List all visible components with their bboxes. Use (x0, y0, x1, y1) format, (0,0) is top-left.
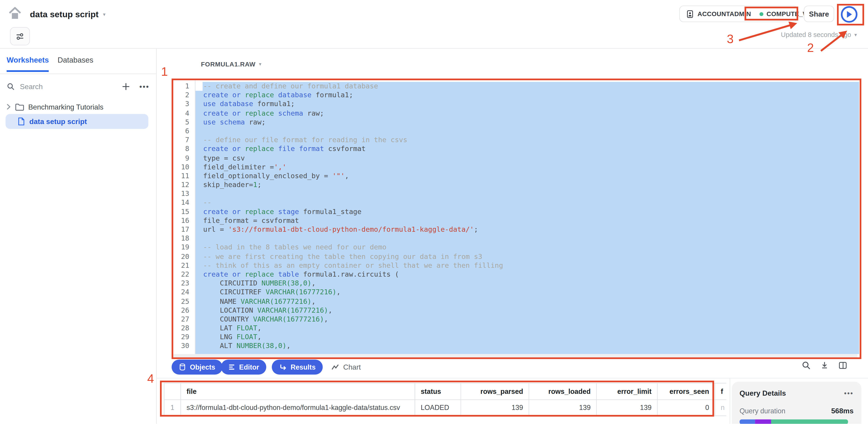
table-row: 1s3://formula1-dbt-cloud-python-demo/for… (164, 400, 726, 416)
database-icon (179, 363, 186, 371)
duration-bar-segment (740, 420, 755, 424)
left-sidebar: Worksheets Databases Search ••• (0, 49, 157, 424)
table-cell: LOADED (415, 400, 461, 416)
query-duration-bar (740, 420, 848, 424)
code-line: create or replace stage formula1_stage (203, 207, 856, 216)
tab-chart[interactable]: Chart (331, 360, 361, 374)
code-line (203, 234, 856, 243)
tab-databases[interactable]: Databases (58, 56, 93, 64)
table-cell: 1 (164, 400, 181, 416)
code-line: CIRCUITREF VARCHAR(16777216), (203, 288, 856, 297)
list-lines-icon (228, 363, 235, 371)
query-duration-label: Query duration (740, 407, 785, 415)
code-line: LNG FLOAT, (203, 333, 856, 341)
sliders-icon (14, 31, 25, 42)
chevron-right-icon[interactable] (5, 103, 11, 110)
run-button[interactable] (841, 6, 857, 23)
user-badge-icon (686, 10, 694, 18)
code-line: create or replace database formula1; (203, 91, 856, 100)
split-columns-icon[interactable] (838, 361, 847, 370)
folder-label: Benchmarking Tutorials (28, 103, 103, 111)
code-line: LOCATION VARCHAR(16777216), (203, 306, 856, 315)
code-line: type = csv (203, 154, 856, 162)
chevron-down-icon: ▾ (259, 62, 261, 67)
code-line: url = 's3://formula1-dbt-cloud-python-de… (203, 225, 856, 234)
share-button[interactable]: Share (804, 5, 834, 22)
more-options-icon[interactable]: ••• (139, 82, 149, 91)
table-header-row: filestatusrows_parsedrows_loadederror_li… (164, 383, 726, 400)
search-results-icon[interactable] (802, 361, 811, 370)
column-header[interactable]: rows_parsed (461, 383, 529, 400)
query-details-menu-icon[interactable]: ••• (844, 389, 854, 397)
worksheet-title: data setup script (30, 9, 99, 19)
code-line: NAME VARCHAR(16777216), (203, 297, 856, 306)
column-header[interactable] (164, 383, 181, 400)
chart-line-icon (331, 363, 339, 371)
code-line: create or replace file format csvformat (203, 145, 856, 154)
code-line: skip_header=1; (203, 181, 856, 189)
add-worksheet-button[interactable] (122, 82, 130, 91)
code-line: field_delimiter =',' (203, 163, 856, 171)
home-icon[interactable] (7, 5, 23, 21)
editor-button[interactable]: Editor (221, 360, 266, 374)
role-selector[interactable]: ACCOUNTADMIN (680, 6, 757, 22)
code-line: -- we are first creating the table then … (203, 252, 856, 261)
code-line: -- define our file format for reading in… (203, 136, 856, 144)
code-line: -- think of this as an empty container o… (203, 261, 856, 270)
code-line: LAT FLOAT, (203, 324, 856, 333)
results-table[interactable]: filestatusrows_parsedrows_loadederror_li… (164, 383, 726, 416)
play-icon (846, 10, 852, 18)
table-cell: 139 (597, 400, 657, 416)
column-header[interactable]: errors_seen (658, 383, 715, 400)
table-cell: 139 (461, 400, 529, 416)
code-line: -- load in the 8 tables we need for our … (203, 243, 856, 252)
objects-button[interactable]: Objects (172, 360, 222, 374)
table-cell: 139 (529, 400, 597, 416)
column-header[interactable]: file (181, 383, 415, 400)
query-details-title: Query Details (740, 389, 786, 397)
sidebar-item-worksheet-selected[interactable]: data setup script (5, 114, 148, 129)
schema-context-selector[interactable]: FORMULA1.RAW ▾ (201, 61, 261, 67)
sql-code-editor[interactable]: -- create and define our formula1 databa… (203, 82, 856, 351)
code-line: -- (203, 198, 856, 207)
query-duration-value: 568ms (831, 406, 854, 415)
chevron-down-icon: ▾ (855, 32, 857, 37)
code-line: -- create and define our formula1 databa… (203, 82, 856, 91)
code-line: use database formula1; (203, 100, 856, 108)
sidebar-item-folder[interactable]: Benchmarking Tutorials (5, 100, 103, 113)
search-icon (7, 82, 15, 91)
code-line: create or replace schema raw; (203, 109, 856, 118)
document-icon (18, 117, 25, 126)
column-header[interactable]: error_limit (597, 383, 657, 400)
column-header[interactable]: status (415, 383, 461, 400)
return-arrow-icon (279, 363, 287, 371)
updated-text: Updated 8 seconds ago (781, 31, 851, 39)
duration-bar-segment (771, 420, 848, 424)
download-icon[interactable] (820, 361, 829, 370)
top-header-bar: data setup script ▾ ACCOU (0, 0, 868, 49)
table-cell: s3://formula1-dbt-cloud-python-demo/form… (181, 400, 415, 416)
duration-bar-segment (755, 420, 771, 424)
editor-scrollbar[interactable] (173, 354, 858, 358)
query-details-panel: Query Details ••• Query duration 568ms (732, 382, 861, 424)
column-header[interactable]: f (715, 383, 726, 400)
schema-context-label: FORMULA1.RAW (201, 61, 256, 67)
search-input[interactable]: Search (20, 82, 122, 91)
filters-button[interactable] (10, 27, 30, 45)
tab-worksheets[interactable]: Worksheets (7, 56, 49, 72)
results-toolbar-icons (802, 361, 847, 370)
annotation-label-1: 1 (161, 66, 168, 78)
sidebar-search: Search ••• (7, 80, 150, 93)
sidebar-tabs: Worksheets Databases (0, 49, 156, 74)
column-header[interactable]: rows_loaded (529, 383, 597, 400)
role-label: ACCOUNTADMIN (698, 10, 751, 17)
code-line: ALT NUMBER(38,0), (203, 342, 856, 351)
results-button[interactable]: Results (272, 360, 323, 374)
line-number-gutter: 1234567891011121314151617181920212223242… (169, 82, 189, 351)
code-line (203, 189, 856, 198)
warehouse-status-dot (759, 12, 763, 15)
code-line: COUNTRY VARCHAR(16777216), (203, 315, 856, 324)
updated-status[interactable]: Updated 8 seconds ago ▾ (774, 31, 857, 39)
chevron-down-icon[interactable]: ▾ (103, 12, 105, 17)
worksheet-label: data setup script (29, 117, 87, 126)
